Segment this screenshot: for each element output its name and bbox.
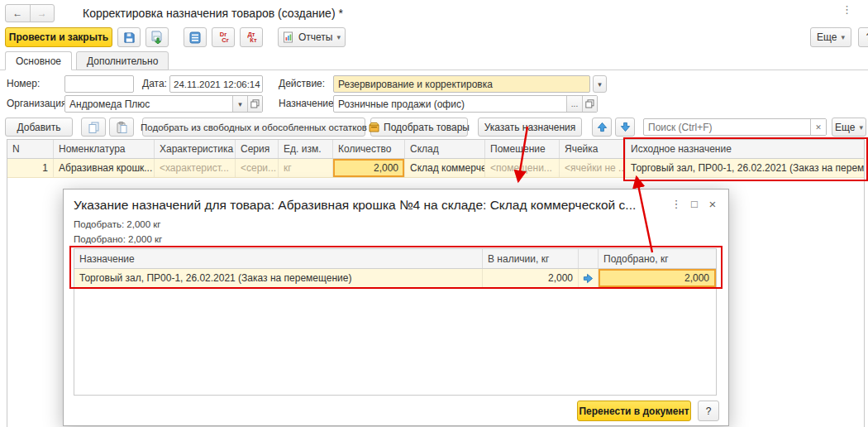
set-purpose-button[interactable]: Указать назначения	[478, 118, 582, 137]
cell-characteristic[interactable]: <характерист...	[155, 159, 236, 177]
number-field[interactable]	[64, 75, 134, 93]
col-header-warehouse[interactable]: Склад	[405, 140, 485, 158]
paste-row-button[interactable]	[109, 118, 134, 137]
col-header-nomenclature[interactable]: Номенклатура	[54, 140, 155, 158]
col-header-source-purpose[interactable]: Исходное назначение	[626, 140, 864, 158]
table-more-button[interactable]: Еще ▾	[832, 118, 866, 137]
save-and-close-button[interactable]	[145, 27, 169, 47]
dialog-cell-picked[interactable]: 2,000	[599, 269, 716, 287]
search-input[interactable]	[644, 122, 810, 133]
dtkt-icon: ДтКт	[246, 31, 256, 43]
pick-goods-button[interactable]: Подобрать товары	[370, 118, 468, 137]
cell-n[interactable]: 1	[7, 159, 54, 177]
nav-forward-button[interactable]: →	[31, 5, 55, 22]
col-header-n[interactable]: N	[7, 140, 54, 158]
table-row[interactable]: 1 Абразивная крошк... <характерист... <с…	[7, 159, 864, 178]
save-icon	[123, 31, 136, 44]
action-dropdown-button[interactable]: ▾	[593, 75, 607, 93]
dialog-table: Назначение В наличии, кг Подобрано, кг Т…	[74, 248, 717, 396]
pick-free-remainders-button[interactable]: Подобрать из свободных и обособленных ос…	[142, 118, 365, 137]
dialog-table-row[interactable]: Торговый зал, ПР00-1, 26.02.2021 (Заказ …	[74, 269, 716, 288]
move-up-button[interactable]	[592, 118, 612, 137]
cell-series[interactable]: <сери...	[236, 159, 279, 177]
dialog-title: Указание назначений для товара: Абразивн…	[74, 198, 665, 213]
search-clear-icon[interactable]: ✕	[810, 119, 826, 135]
set-purpose-label: Указать назначения	[484, 122, 576, 133]
col-header-cell[interactable]: Ячейка	[560, 140, 626, 158]
pick-free-remainders-label: Подобрать из свободных и обособленных ос…	[141, 122, 367, 132]
cell-cell[interactable]: <ячейки не ...	[560, 159, 626, 177]
dialog-cell-available[interactable]: 2,000	[483, 269, 579, 287]
page-title: Корректировка назначения товаров (создан…	[83, 7, 343, 20]
transfer-arrow-icon	[583, 273, 594, 284]
arrow-down-icon	[620, 122, 631, 132]
organization-open-icon[interactable]	[247, 96, 262, 112]
dialog-close-icon[interactable]: ×	[705, 196, 720, 211]
dialog-col-header-purpose[interactable]: Назначение	[74, 249, 483, 268]
move-down-button[interactable]	[615, 118, 635, 137]
arrow-up-icon	[597, 122, 608, 132]
date-label: Дата:	[142, 75, 167, 93]
purpose-open-icon[interactable]	[582, 96, 597, 112]
col-header-series[interactable]: Серия	[236, 140, 279, 158]
save-arrow-icon	[150, 31, 164, 44]
purpose-label: Назначение:	[279, 95, 336, 113]
nav-back-button[interactable]: ←	[6, 5, 31, 22]
cell-source-purpose[interactable]: Торговый зал, ПР00-1, 26.02.2021 (Заказ …	[626, 159, 864, 177]
col-header-room[interactable]: Помещение	[485, 140, 560, 158]
copy-row-button[interactable]	[81, 118, 106, 137]
cell-quantity[interactable]: 2,000	[333, 159, 405, 177]
dialog-maximize-icon[interactable]: □	[687, 196, 702, 211]
dialog-picked-text: Подобрано: 2,000 кг	[74, 234, 162, 244]
dialog-cell-arrow	[579, 269, 599, 287]
structure-icon	[189, 31, 201, 44]
forward-icon: →	[37, 7, 47, 19]
paste-icon	[117, 122, 127, 133]
col-header-characteristic[interactable]: Характеристика	[155, 140, 236, 158]
window-help-button[interactable]: ?	[858, 27, 868, 47]
dialog-col-header-available[interactable]: В наличии, кг	[483, 249, 579, 268]
dialog-kebab-icon[interactable]: ⋮	[669, 196, 684, 211]
action-label: Действие:	[279, 75, 325, 93]
reports-button[interactable]: Отчеты ▾	[278, 27, 346, 47]
purpose-dialog: Указание назначений для товара: Абразивн…	[63, 189, 729, 426]
post-and-close-button[interactable]: Провести и закрыть	[5, 27, 112, 47]
cell-warehouse[interactable]: Склад коммерчес...	[405, 159, 485, 177]
transfer-to-document-button[interactable]: Перенести в документ	[577, 401, 691, 421]
dialog-help-button[interactable]: ?	[698, 401, 719, 421]
col-header-quantity[interactable]: Количество	[333, 140, 405, 158]
window-more-dropdown-icon: ▾	[841, 33, 845, 41]
window-more-button[interactable]: Еще ▾	[810, 27, 851, 47]
quantity-current-cell[interactable]: 2,000	[333, 159, 404, 177]
add-row-button[interactable]: Добавить	[5, 118, 73, 137]
organization-select[interactable]: Андромеда Плюс ▾	[64, 95, 263, 113]
purpose-field[interactable]: Розничные продажи (офис) ...	[333, 95, 598, 113]
structure-button[interactable]	[184, 27, 207, 47]
organization-dropdown-icon[interactable]: ▾	[232, 96, 247, 112]
dialog-table-header: Назначение В наличии, кг Подобрано, кг	[74, 249, 716, 269]
reports-label: Отчеты	[298, 31, 332, 43]
dialog-col-header-picked[interactable]: Подобрано, кг	[599, 249, 716, 268]
action-dropdown-icon: ▾	[598, 80, 602, 89]
action-select[interactable]: Резервирование и корректировка	[333, 75, 590, 93]
window-more-label: Еще	[817, 31, 837, 43]
cell-room[interactable]: <помещени...	[485, 159, 560, 177]
items-table-header: N Номенклатура Характеристика Серия Ед. …	[7, 140, 864, 159]
cell-nomenclature[interactable]: Абразивная крошк...	[54, 159, 155, 177]
window-kebab-icon[interactable]: ⋮	[842, 3, 852, 16]
dtkt-button[interactable]: ДтКт	[240, 27, 263, 47]
tab-additional[interactable]: Дополнительно	[76, 51, 169, 70]
save-button[interactable]	[117, 27, 141, 47]
dialog-cell-purpose[interactable]: Торговый зал, ПР00-1, 26.02.2021 (Заказ …	[74, 269, 483, 287]
purpose-value: Розничные продажи (офис)	[334, 98, 566, 110]
organization-value: Андромеда Плюс	[65, 98, 232, 110]
tab-main-label: Основное	[16, 55, 61, 67]
dialog-picked-current-cell[interactable]: 2,000	[599, 269, 716, 287]
tab-main[interactable]: Основное	[5, 51, 72, 70]
col-header-unit[interactable]: Ед. изм.	[279, 140, 333, 158]
drcr-button[interactable]: DrCr	[212, 27, 235, 47]
tab-additional-label: Дополнительно	[87, 55, 158, 67]
date-field[interactable]: 24.11.2021 12:06:14	[169, 75, 263, 93]
purpose-choose-button[interactable]: ...	[566, 96, 582, 112]
cell-unit[interactable]: кг	[279, 159, 333, 177]
